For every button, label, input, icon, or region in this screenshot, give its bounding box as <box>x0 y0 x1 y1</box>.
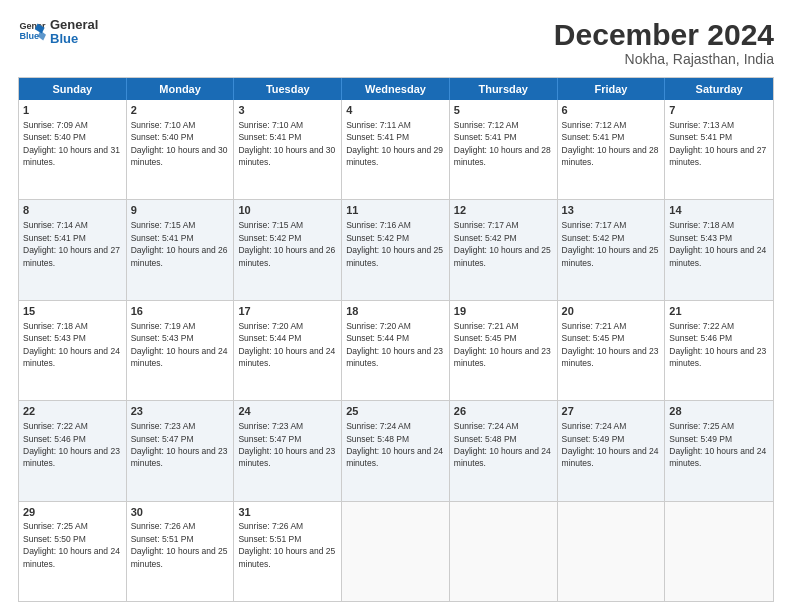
cell-22: 22 Sunrise: 7:22 AM Sunset: 5:46 PM Dayl… <box>19 401 127 500</box>
week-row-4: 22 Sunrise: 7:22 AM Sunset: 5:46 PM Dayl… <box>19 401 773 501</box>
logo-line2: Blue <box>50 32 98 46</box>
cell-empty-4 <box>665 502 773 601</box>
cell-30: 30 Sunrise: 7:26 AM Sunset: 5:51 PM Dayl… <box>127 502 235 601</box>
week-row-1: 1 Sunrise: 7:09 AM Sunset: 5:40 PM Dayli… <box>19 100 773 200</box>
header-wednesday: Wednesday <box>342 78 450 100</box>
calendar: Sunday Monday Tuesday Wednesday Thursday… <box>18 77 774 602</box>
cell-20: 20 Sunrise: 7:21 AM Sunset: 5:45 PM Dayl… <box>558 301 666 400</box>
header: General Blue General Blue December 2024 … <box>18 18 774 67</box>
cell-29: 29 Sunrise: 7:25 AM Sunset: 5:50 PM Dayl… <box>19 502 127 601</box>
day-num: 1 <box>23 103 122 118</box>
header-tuesday: Tuesday <box>234 78 342 100</box>
cell-8: 8 Sunrise: 7:14 AM Sunset: 5:41 PM Dayli… <box>19 200 127 299</box>
cell-13: 13 Sunrise: 7:17 AM Sunset: 5:42 PM Dayl… <box>558 200 666 299</box>
header-friday: Friday <box>558 78 666 100</box>
logo-icon: General Blue <box>18 18 46 46</box>
cell-27: 27 Sunrise: 7:24 AM Sunset: 5:49 PM Dayl… <box>558 401 666 500</box>
week-row-3: 15 Sunrise: 7:18 AM Sunset: 5:43 PM Dayl… <box>19 301 773 401</box>
cell-11: 11 Sunrise: 7:16 AM Sunset: 5:42 PM Dayl… <box>342 200 450 299</box>
week-row-5: 29 Sunrise: 7:25 AM Sunset: 5:50 PM Dayl… <box>19 502 773 601</box>
cell-4: 4 Sunrise: 7:11 AM Sunset: 5:41 PM Dayli… <box>342 100 450 199</box>
calendar-header: Sunday Monday Tuesday Wednesday Thursday… <box>19 78 773 100</box>
cell-16: 16 Sunrise: 7:19 AM Sunset: 5:43 PM Dayl… <box>127 301 235 400</box>
logo: General Blue General Blue <box>18 18 98 47</box>
cell-2: 2 Sunrise: 7:10 AM Sunset: 5:40 PM Dayli… <box>127 100 235 199</box>
cell-15: 15 Sunrise: 7:18 AM Sunset: 5:43 PM Dayl… <box>19 301 127 400</box>
week-row-2: 8 Sunrise: 7:14 AM Sunset: 5:41 PM Dayli… <box>19 200 773 300</box>
cell-1: 1 Sunrise: 7:09 AM Sunset: 5:40 PM Dayli… <box>19 100 127 199</box>
cell-empty-3 <box>558 502 666 601</box>
cell-10: 10 Sunrise: 7:15 AM Sunset: 5:42 PM Dayl… <box>234 200 342 299</box>
cell-18: 18 Sunrise: 7:20 AM Sunset: 5:44 PM Dayl… <box>342 301 450 400</box>
day-num: 2 <box>131 103 230 118</box>
subtitle: Nokha, Rajasthan, India <box>554 51 774 67</box>
cell-28: 28 Sunrise: 7:25 AM Sunset: 5:49 PM Dayl… <box>665 401 773 500</box>
calendar-body: 1 Sunrise: 7:09 AM Sunset: 5:40 PM Dayli… <box>19 100 773 601</box>
cell-7: 7 Sunrise: 7:13 AM Sunset: 5:41 PM Dayli… <box>665 100 773 199</box>
main-title: December 2024 <box>554 18 774 51</box>
logo-text: General Blue <box>50 18 98 47</box>
cell-sunset: Sunset: 5:40 PM <box>23 132 86 142</box>
cell-6: 6 Sunrise: 7:12 AM Sunset: 5:41 PM Dayli… <box>558 100 666 199</box>
cell-23: 23 Sunrise: 7:23 AM Sunset: 5:47 PM Dayl… <box>127 401 235 500</box>
cell-25: 25 Sunrise: 7:24 AM Sunset: 5:48 PM Dayl… <box>342 401 450 500</box>
header-monday: Monday <box>127 78 235 100</box>
cell-9: 9 Sunrise: 7:15 AM Sunset: 5:41 PM Dayli… <box>127 200 235 299</box>
page: General Blue General Blue December 2024 … <box>0 0 792 612</box>
cell-19: 19 Sunrise: 7:21 AM Sunset: 5:45 PM Dayl… <box>450 301 558 400</box>
cell-empty-2 <box>450 502 558 601</box>
cell-14: 14 Sunrise: 7:18 AM Sunset: 5:43 PM Dayl… <box>665 200 773 299</box>
cell-24: 24 Sunrise: 7:23 AM Sunset: 5:47 PM Dayl… <box>234 401 342 500</box>
logo-line1: General <box>50 18 98 32</box>
header-saturday: Saturday <box>665 78 773 100</box>
cell-empty-1 <box>342 502 450 601</box>
cell-26: 26 Sunrise: 7:24 AM Sunset: 5:48 PM Dayl… <box>450 401 558 500</box>
cell-sunrise: Sunrise: 7:09 AM <box>23 120 88 130</box>
cell-3: 3 Sunrise: 7:10 AM Sunset: 5:41 PM Dayli… <box>234 100 342 199</box>
cell-17: 17 Sunrise: 7:20 AM Sunset: 5:44 PM Dayl… <box>234 301 342 400</box>
svg-text:Blue: Blue <box>19 31 39 41</box>
header-thursday: Thursday <box>450 78 558 100</box>
cell-5: 5 Sunrise: 7:12 AM Sunset: 5:41 PM Dayli… <box>450 100 558 199</box>
cell-daylight: Daylight: 10 hours and 31 minutes. <box>23 145 120 167</box>
cell-12: 12 Sunrise: 7:17 AM Sunset: 5:42 PM Dayl… <box>450 200 558 299</box>
cell-31: 31 Sunrise: 7:26 AM Sunset: 5:51 PM Dayl… <box>234 502 342 601</box>
cell-21: 21 Sunrise: 7:22 AM Sunset: 5:46 PM Dayl… <box>665 301 773 400</box>
title-block: December 2024 Nokha, Rajasthan, India <box>554 18 774 67</box>
header-sunday: Sunday <box>19 78 127 100</box>
